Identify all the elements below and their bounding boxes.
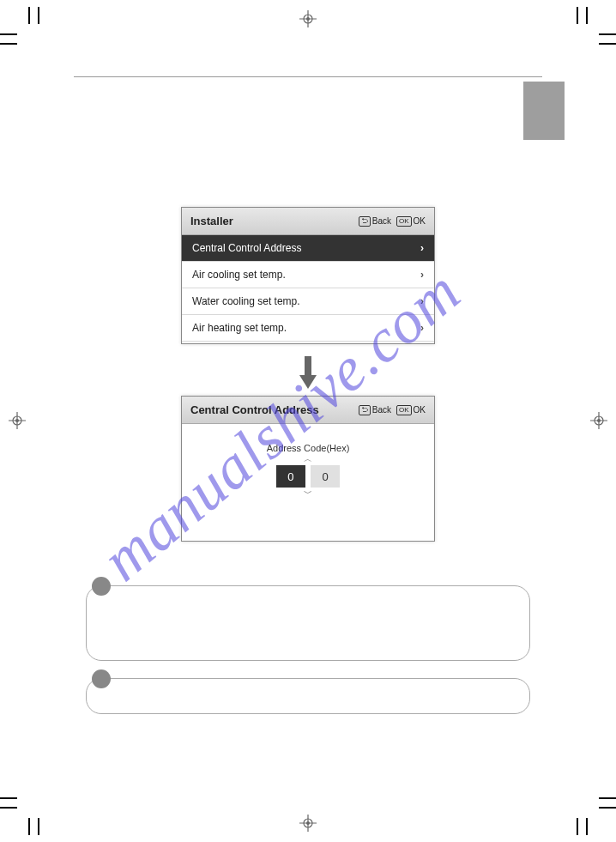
back-label: Back [372, 405, 391, 415]
chevron-up-icon[interactable]: ︿ [182, 455, 434, 463]
titlebar: Installer ⮌ Back OK OK [182, 208, 434, 235]
arrow-down-icon [299, 356, 317, 391]
installer-screen: Installer ⮌ Back OK OK Central Control A… [181, 207, 435, 344]
screen-title: Central Control Address [190, 403, 353, 416]
crop-mark [586, 818, 588, 835]
svg-rect-8 [305, 356, 311, 375]
registration-icon [299, 815, 317, 832]
crop-mark [577, 818, 578, 835]
crop-mark [599, 43, 616, 45]
back-button[interactable]: ⮌ Back [359, 405, 391, 415]
menu-list: Central Control Address › Air cooling se… [182, 235, 434, 342]
digit-row: 0 0 [182, 465, 434, 488]
back-button[interactable]: ⮌ Back [359, 216, 391, 227]
address-code-label: Address Code(Hex) [182, 443, 434, 453]
crop-mark [0, 43, 17, 45]
menu-item-label: Water cooling set temp. [192, 295, 420, 307]
page-rule [74, 76, 542, 77]
ok-icon: OK [396, 216, 412, 227]
registration-icon [299, 10, 317, 27]
address-body: Address Code(Hex) ︿ 0 0 ﹀ [182, 424, 434, 498]
crop-mark [0, 33, 17, 35]
menu-item[interactable]: Water cooling set temp. › [182, 288, 434, 315]
page-tab [523, 82, 565, 140]
ok-button[interactable]: OK OK [396, 405, 426, 415]
crop-mark [599, 807, 616, 809]
note-dot-icon [92, 669, 111, 688]
chevron-down-icon[interactable]: ﹀ [182, 489, 434, 498]
svg-point-1 [306, 17, 310, 21]
back-icon: ⮌ [359, 216, 371, 227]
svg-point-7 [597, 419, 601, 422]
menu-item-label: Central Control Address [192, 242, 420, 254]
note-dot-icon [92, 577, 111, 596]
ok-label: OK [414, 405, 426, 415]
digit-0[interactable]: 0 [276, 465, 305, 488]
crop-mark [577, 7, 578, 24]
crop-mark [38, 818, 39, 835]
ok-icon: OK [396, 405, 412, 415]
digit-1[interactable]: 0 [311, 465, 340, 488]
chevron-right-icon: › [420, 295, 424, 307]
titlebar: Central Control Address ⮌ Back OK OK [182, 397, 434, 424]
back-icon: ⮌ [359, 405, 371, 415]
crop-mark [28, 818, 30, 835]
menu-item[interactable]: Air cooling set temp. › [182, 262, 434, 288]
crop-mark [28, 7, 30, 24]
note-box [86, 585, 530, 661]
crop-mark [0, 807, 17, 809]
back-label: Back [372, 216, 391, 226]
svg-point-3 [306, 821, 310, 825]
ok-label: OK [414, 216, 426, 226]
menu-item[interactable]: Air heating set temp. › [182, 315, 434, 342]
note-box [86, 678, 530, 714]
chevron-right-icon: › [420, 242, 424, 254]
screen-title: Installer [190, 215, 353, 227]
menu-item-label: Air cooling set temp. [192, 269, 420, 281]
address-screen: Central Control Address ⮌ Back OK OK Add… [181, 396, 435, 542]
ok-button[interactable]: OK OK [396, 216, 426, 227]
crop-mark [0, 797, 17, 799]
crop-mark [599, 797, 616, 799]
crop-mark [38, 7, 39, 24]
crop-mark [599, 33, 616, 35]
svg-point-5 [15, 419, 19, 422]
crop-mark [586, 7, 588, 24]
registration-icon [9, 412, 26, 429]
chevron-right-icon: › [420, 322, 424, 334]
registration-icon [590, 412, 607, 429]
menu-item-label: Air heating set temp. [192, 322, 420, 334]
menu-item[interactable]: Central Control Address › [182, 235, 434, 262]
chevron-right-icon: › [420, 269, 424, 281]
